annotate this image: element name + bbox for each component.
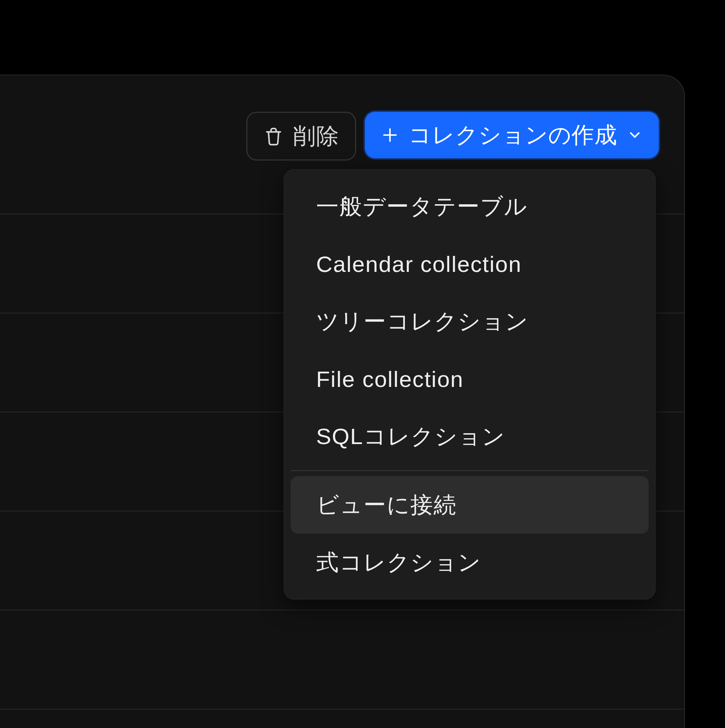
content-panel: 削除 コレクションの作成 一般データテーブル Calendar collecti… (0, 75, 685, 728)
menu-item-connect-view[interactable]: ビューに接続 (291, 476, 649, 534)
menu-item-sql-collection[interactable]: SQLコレクション (291, 408, 649, 465)
menu-item-file-collection[interactable]: File collection (291, 350, 649, 408)
menu-item-label: 一般データテーブル (316, 191, 528, 222)
menu-item-label: 式コレクション (316, 547, 481, 578)
list-row (0, 709, 684, 728)
menu-separator (291, 470, 649, 471)
trash-icon (263, 126, 284, 146)
toolbar: 削除 コレクションの作成 (246, 112, 659, 161)
menu-item-label: ツリーコレクション (316, 306, 528, 337)
menu-item-label: Calendar collection (316, 251, 522, 277)
delete-button-label: 削除 (293, 121, 339, 151)
menu-item-tree-collection[interactable]: ツリーコレクション (291, 293, 649, 350)
delete-button[interactable]: 削除 (246, 112, 356, 161)
plus-icon (381, 126, 399, 144)
create-collection-button[interactable]: コレクションの作成 (365, 112, 659, 158)
menu-item-label: SQLコレクション (316, 421, 505, 452)
menu-item-label: File collection (316, 366, 464, 392)
list-row (0, 610, 684, 709)
menu-item-general-table[interactable]: 一般データテーブル (291, 177, 649, 235)
menu-item-label: ビューに接続 (316, 489, 457, 520)
create-collection-menu: 一般データテーブル Calendar collection ツリーコレクション … (284, 169, 656, 600)
menu-item-expression-collection[interactable]: 式コレクション (291, 534, 649, 591)
menu-item-calendar-collection[interactable]: Calendar collection (291, 235, 649, 293)
create-collection-button-label: コレクションの作成 (409, 120, 617, 150)
chevron-down-icon (627, 127, 643, 143)
